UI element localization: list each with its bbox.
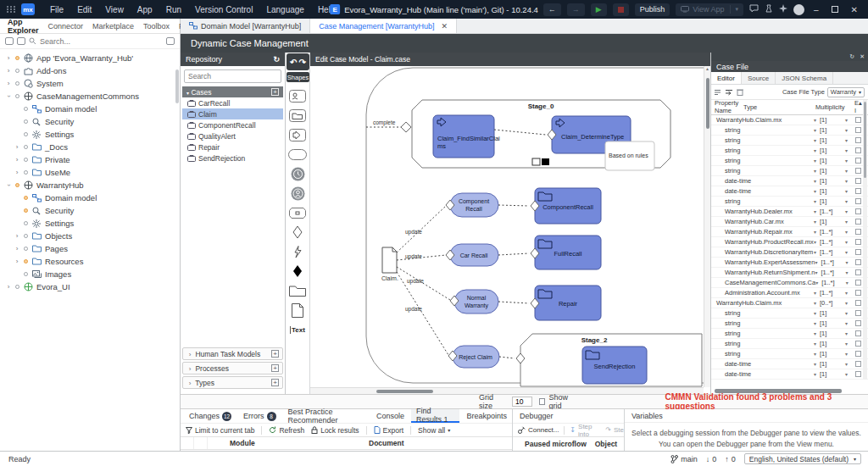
- multiplicity-select[interactable]: [1..*]: [821, 279, 846, 286]
- tab-find-results-1[interactable]: Find Results 1: [411, 409, 459, 423]
- chevron-down-icon[interactable]: ›: [5, 93, 13, 100]
- multiplicity-select[interactable]: [1]: [820, 187, 845, 195]
- case-file-row[interactable]: string▾[1]▾: [711, 166, 868, 176]
- edit-checkbox[interactable]: [855, 310, 861, 316]
- timer-event-shape[interactable]: [287, 166, 308, 181]
- type-select[interactable]: WarrantyHub.Claim.mx: [716, 116, 782, 124]
- tab-errors[interactable]: Errors8: [238, 409, 281, 423]
- type-select[interactable]: WarrantyHub.Dealer.mx: [725, 208, 793, 215]
- tab-variables[interactable]: Variables: [625, 409, 868, 423]
- repo-case-componentrecall[interactable]: ComponentRecall: [182, 119, 283, 130]
- tree-item-settings[interactable]: Settings: [0, 217, 180, 230]
- canvas-horizontal-scrollbar[interactable]: [310, 387, 704, 394]
- tab-marketplace[interactable]: Marketplace: [88, 22, 138, 31]
- type-select[interactable]: WarrantyHub.ExpertAssessmen: [725, 258, 815, 266]
- edit-checkbox[interactable]: [855, 198, 861, 204]
- multiplicity-select[interactable]: [1]: [820, 116, 845, 124]
- case-file-row[interactable]: string▾[1]▾: [711, 319, 868, 329]
- case-file-row[interactable]: string▾[1]▾: [711, 197, 868, 207]
- refresh-icon[interactable]: ↻: [849, 53, 854, 60]
- tab-toolbox[interactable]: Toolbox: [139, 22, 174, 31]
- cmmn-diagram[interactable]: Stage_0 complete Claim_FindSimilarClai m…: [310, 66, 704, 387]
- col-type[interactable]: Type: [743, 103, 815, 111]
- repository-search[interactable]: [184, 69, 281, 83]
- type-select[interactable]: Administration.Account.mx: [725, 289, 800, 297]
- case-file-hscrollbar[interactable]: [715, 389, 842, 393]
- tab-changes[interactable]: Changes12: [184, 409, 236, 423]
- delete-property-icon[interactable]: [737, 88, 743, 96]
- col-paused-microflow[interactable]: Paused microflow: [525, 440, 587, 448]
- connector-update-4[interactable]: [397, 272, 448, 355]
- chevron-right-icon[interactable]: ›: [5, 54, 12, 62]
- experiments-icon[interactable]: [765, 4, 773, 14]
- sidebar-search-input[interactable]: [40, 37, 125, 46]
- add-icon[interactable]: +: [271, 350, 279, 358]
- repo-case-claim[interactable]: Claim: [182, 108, 283, 119]
- validation-message[interactable]: CMMN Validation found 3 problems and 3 s…: [665, 392, 868, 411]
- close-icon[interactable]: ✕: [860, 53, 865, 60]
- tree-item-warrantyhub[interactable]: ›WarrantyHub: [0, 179, 180, 191]
- step-over-button[interactable]: ↷Ste: [605, 426, 624, 434]
- tab-console[interactable]: Console: [371, 409, 409, 423]
- tab-app-explorer[interactable]: App Explorer: [3, 18, 43, 35]
- stage-collapse-marker[interactable]: [542, 158, 549, 165]
- edit-checkbox[interactable]: [855, 371, 861, 377]
- type-select[interactable]: string: [725, 147, 740, 154]
- repo-case-carrecall[interactable]: CarRecall: [182, 97, 283, 108]
- repo-case-repair[interactable]: Repair: [182, 141, 283, 153]
- edit-checkbox[interactable]: [855, 208, 861, 214]
- tree-item-docs[interactable]: ›_Docs: [0, 141, 180, 153]
- multiplicity-select[interactable]: [1..*]: [821, 258, 845, 266]
- chevron-right-icon[interactable]: ›: [186, 380, 193, 387]
- case-file-row[interactable]: WarrantyHub.ProductRecall.mx▾[1..*]▾: [711, 237, 868, 247]
- type-select[interactable]: date-time: [725, 177, 751, 185]
- chevron-right-icon[interactable]: ›: [5, 80, 12, 87]
- human-task-shape[interactable]: [287, 88, 308, 103]
- multiplicity-select[interactable]: [0..*]: [820, 299, 845, 307]
- case-file-row[interactable]: string▾[1]▾: [711, 156, 868, 166]
- type-select[interactable]: string: [725, 126, 740, 134]
- type-select[interactable]: string: [725, 157, 740, 164]
- type-select[interactable]: string: [725, 309, 740, 317]
- milestone-shape[interactable]: [287, 147, 308, 162]
- export-button[interactable]: Export: [374, 426, 404, 435]
- feedback-icon[interactable]: [749, 4, 759, 14]
- tab-breakpoints[interactable]: Breakpoints: [461, 409, 512, 423]
- multiplicity-select[interactable]: [1..*]: [820, 289, 845, 297]
- edit-checkbox[interactable]: [855, 280, 861, 286]
- branch-indicator[interactable]: main: [670, 455, 698, 463]
- case-file-row[interactable]: string▾[1]▾: [711, 125, 868, 136]
- case-file-row[interactable]: WarrantyHub.DiscretionaryItem▾[1..*]▾: [711, 247, 868, 258]
- entry-criterion-shape[interactable]: [287, 225, 308, 240]
- stop-button[interactable]: [613, 3, 629, 16]
- menu-edit[interactable]: Edit: [70, 5, 98, 14]
- chevron-right-icon[interactable]: ›: [14, 258, 20, 265]
- repository-search-input[interactable]: [185, 72, 281, 80]
- tree-item-casemanagementcommons[interactable]: ›CaseManagementCommons: [0, 90, 180, 103]
- tab-domain-model[interactable]: Domain Model [WarrantyHub]: [181, 19, 309, 33]
- col-multiplicity[interactable]: Multiplicity: [815, 103, 854, 111]
- minimize-icon[interactable]: –: [810, 5, 822, 14]
- tree-item-private[interactable]: ›Private: [0, 153, 180, 166]
- multiplicity-select[interactable]: [1]: [820, 218, 845, 225]
- edit-checkbox[interactable]: [855, 147, 861, 153]
- case-file-row[interactable]: WarrantyHub.ExpertAssessmen▾[1..*]▾: [711, 258, 868, 268]
- document-shape[interactable]: [287, 302, 308, 318]
- show-grid-checkbox[interactable]: [539, 398, 546, 405]
- avatar[interactable]: [793, 4, 804, 15]
- undo-icon[interactable]: ↶: [290, 58, 297, 67]
- case-file-row[interactable]: WarrantyHub.Dealer.mx▾[1..*]▾: [711, 207, 868, 217]
- tree-item-system[interactable]: ›System: [0, 77, 180, 90]
- indent-property-icon[interactable]: [726, 89, 734, 96]
- tab-connector[interactable]: Connector: [44, 22, 88, 31]
- nav-forward-button[interactable]: →: [567, 3, 585, 16]
- edit-checkbox[interactable]: [855, 290, 861, 296]
- type-select[interactable]: string: [725, 330, 740, 337]
- type-select[interactable]: date-time: [725, 370, 751, 378]
- chevron-right-icon[interactable]: ›: [14, 169, 20, 176]
- col-module[interactable]: Module: [208, 439, 369, 447]
- folder-shape[interactable]: [287, 283, 308, 298]
- menu-language[interactable]: Language: [259, 5, 311, 14]
- nav-back-button[interactable]: ←: [543, 3, 561, 16]
- run-button[interactable]: ▶: [591, 3, 607, 16]
